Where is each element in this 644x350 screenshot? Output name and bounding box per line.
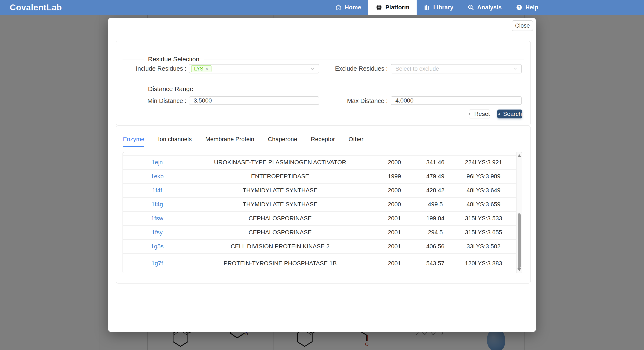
max-distance-input[interactable] bbox=[391, 96, 522, 105]
table-row[interactable]: 1g7f PROTEIN-TYROSINE PHOSPHATASE 1B 200… bbox=[123, 254, 516, 273]
pdb-id-link[interactable]: 1fsw bbox=[123, 215, 191, 222]
exclude-residues-select[interactable]: Select to exclude bbox=[391, 64, 522, 73]
protein-name: THYMIDYLATE SYNTHASE bbox=[191, 201, 369, 208]
tab-chaperone[interactable]: Chaperone bbox=[268, 136, 297, 147]
residue-distance: 48LYS:3.649 bbox=[451, 187, 516, 194]
table-row[interactable]: 1f4g THYMIDYLATE SYNTHASE 2000 499.5 48L… bbox=[123, 198, 516, 212]
screen: NH N H NH O bbox=[0, 0, 644, 350]
value: 499.5 bbox=[420, 201, 451, 208]
results-table: 1ejn UROKINASE-TYPE PLASMINOGEN ACTIVATO… bbox=[122, 152, 522, 273]
nav-item-platform[interactable]: Platform bbox=[368, 0, 417, 15]
nav-item-label: Home bbox=[344, 4, 361, 11]
residue-distance: 48LYS:3.659 bbox=[451, 201, 516, 208]
year: 2001 bbox=[369, 215, 420, 222]
min-distance-label: Min Distance : bbox=[116, 97, 186, 104]
reset-icon bbox=[469, 111, 472, 117]
reset-label: Reset bbox=[474, 111, 490, 117]
year: 2001 bbox=[369, 243, 420, 250]
table-row[interactable]: 1g5s CELL DIVISION PROTEIN KINASE 2 2001… bbox=[123, 240, 516, 254]
year: 1999 bbox=[369, 173, 420, 180]
table-row[interactable]: 1f4f THYMIDYLATE SYNTHASE 2000 428.42 48… bbox=[123, 184, 516, 198]
include-residues-select[interactable]: LYS × bbox=[189, 64, 319, 73]
year: 2001 bbox=[369, 260, 420, 267]
divider-line bbox=[198, 89, 524, 89]
atom-icon bbox=[376, 4, 382, 11]
table-scrollbar[interactable] bbox=[516, 152, 522, 273]
pdb-id-link[interactable]: 1f4g bbox=[123, 201, 191, 208]
table-row[interactable]: 1ejn UROKINASE-TYPE PLASMINOGEN ACTIVATO… bbox=[123, 156, 516, 170]
max-distance-label: Max Distance : bbox=[326, 97, 388, 104]
protein-name: CEPHALOSPORINASE bbox=[191, 229, 369, 236]
search-button[interactable]: Search bbox=[497, 109, 522, 118]
analysis-icon bbox=[468, 4, 474, 10]
tab-membrane-protein[interactable]: Membrane Protein bbox=[205, 136, 254, 147]
search-form-card: Residue Selection Include Residues : LYS… bbox=[116, 41, 531, 126]
residue-distance: 120LYS:3.883 bbox=[451, 260, 516, 267]
reset-button[interactable]: Reset bbox=[468, 109, 490, 118]
chevron-down-icon bbox=[512, 66, 518, 71]
home-icon bbox=[335, 4, 342, 10]
library-icon bbox=[424, 4, 430, 10]
year: 2001 bbox=[369, 229, 420, 236]
nav-item-label: Analysis bbox=[477, 4, 502, 11]
partial-row bbox=[123, 152, 516, 156]
nav-item-analysis[interactable]: Analysis bbox=[460, 0, 509, 15]
scrollbar-thumb[interactable] bbox=[518, 213, 521, 268]
scroll-down-arrow-icon[interactable] bbox=[518, 268, 521, 271]
scroll-up-arrow-icon[interactable] bbox=[518, 154, 521, 157]
year: 2000 bbox=[369, 201, 420, 208]
top-nav-bar: CovalentLab Home Platform bbox=[0, 0, 644, 15]
pdb-id-link[interactable]: 1ejn bbox=[123, 159, 191, 166]
search-label: Search bbox=[503, 111, 522, 117]
nav-item-help[interactable]: ? Help bbox=[509, 0, 546, 15]
tab-ion-channels[interactable]: Ion channels bbox=[158, 136, 192, 147]
pdb-id-link[interactable]: 1f4f bbox=[123, 187, 191, 194]
nav-item-label: Library bbox=[433, 4, 453, 11]
protein-name: CEPHALOSPORINASE bbox=[191, 215, 369, 222]
protein-name: PROTEIN-TYROSINE PHOSPHATASE 1B bbox=[191, 260, 369, 267]
year: 2000 bbox=[369, 159, 420, 166]
select-placeholder: Select to exclude bbox=[393, 66, 439, 72]
value: 406.56 bbox=[420, 243, 451, 250]
tab-receptor[interactable]: Receptor bbox=[311, 136, 335, 147]
nav-item-label: Help bbox=[525, 4, 538, 11]
selected-residue-tag[interactable]: LYS × bbox=[191, 65, 212, 72]
section-divider-distance: Distance Range bbox=[122, 85, 524, 92]
value: 543.57 bbox=[420, 260, 451, 267]
search-icon bbox=[498, 111, 500, 117]
residue-search-modal: Residue-Based Protein Search Close Resid… bbox=[108, 18, 536, 332]
section-title-distance-range: Distance Range bbox=[144, 85, 198, 92]
include-residues-label: Include Residues : bbox=[116, 65, 186, 72]
tag-remove-icon[interactable]: × bbox=[206, 66, 208, 71]
protein-name: CELL DIVISION PROTEIN KINASE 2 bbox=[191, 243, 369, 250]
results-card: Enzyme Ion channels Membrane Protein Cha… bbox=[116, 126, 531, 284]
residue-distance: 224LYS:3.921 bbox=[451, 159, 516, 166]
svg-text:?: ? bbox=[518, 5, 520, 9]
protein-name: UROKINASE-TYPE PLASMINOGEN ACTIVATOR bbox=[191, 159, 369, 166]
close-button[interactable]: Close bbox=[512, 20, 533, 31]
protein-name: THYMIDYLATE SYNTHASE bbox=[191, 187, 369, 194]
residue-distance: 315LYS:3.533 bbox=[451, 215, 516, 222]
residue-distance: 315LYS:3.655 bbox=[451, 229, 516, 236]
section-title-residue-selection: Residue Selection bbox=[144, 56, 204, 63]
chevron-down-icon bbox=[310, 66, 315, 71]
tab-other[interactable]: Other bbox=[348, 136, 363, 147]
pdb-id-link[interactable]: 1ekb bbox=[123, 173, 191, 180]
help-icon: ? bbox=[516, 4, 522, 10]
value: 428.42 bbox=[420, 187, 451, 194]
nav-item-home[interactable]: Home bbox=[328, 0, 368, 15]
pdb-id-link[interactable]: 1g7f bbox=[123, 260, 191, 267]
category-tabs: Enzyme Ion channels Membrane Protein Cha… bbox=[123, 136, 364, 147]
table-row[interactable]: 1ekb ENTEROPEPTIDASE 1999 479.49 96LYS:3… bbox=[123, 170, 516, 184]
pdb-id-link[interactable]: 1g5s bbox=[123, 243, 191, 250]
pdb-id-link[interactable]: 1fsy bbox=[123, 229, 191, 236]
nav-item-library[interactable]: Library bbox=[416, 0, 460, 15]
table-row[interactable]: 1fsy CEPHALOSPORINASE 2001 294.5 315LYS:… bbox=[123, 226, 516, 240]
year: 2000 bbox=[369, 187, 420, 194]
results-rows: 1ejn UROKINASE-TYPE PLASMINOGEN ACTIVATO… bbox=[123, 152, 516, 273]
tab-enzyme[interactable]: Enzyme bbox=[123, 136, 144, 147]
divider-line bbox=[122, 59, 144, 59]
table-row[interactable]: 1fsw CEPHALOSPORINASE 2001 199.04 315LYS… bbox=[123, 212, 516, 226]
min-distance-input[interactable] bbox=[189, 96, 319, 105]
divider-line bbox=[204, 59, 524, 59]
